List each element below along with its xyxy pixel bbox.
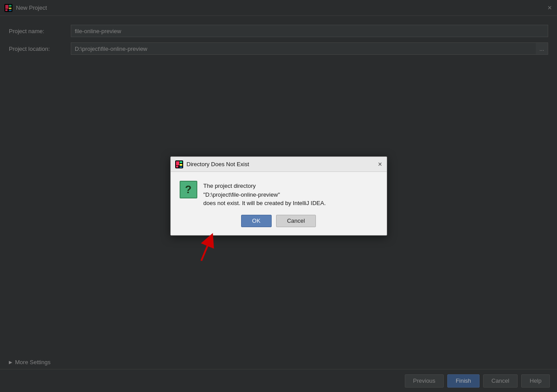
dialog-cancel-button[interactable]: Cancel	[276, 215, 316, 227]
dialog-title: Directory Does Not Exist	[187, 161, 378, 167]
dialog-message-line3: does not exist. It will be created by In…	[204, 200, 326, 206]
modal-overlay: Directory Does Not Exist × The project d…	[0, 0, 557, 392]
dialog-ok-button[interactable]: OK	[241, 215, 272, 227]
svg-rect-9	[180, 161, 182, 163]
svg-rect-11	[180, 167, 182, 167]
dialog-message: The project directory "D:\project\file-o…	[204, 181, 378, 208]
svg-rect-8	[176, 166, 178, 167]
svg-rect-10	[180, 164, 182, 166]
dialog-wrapper: Directory Does Not Exist × The project d…	[170, 156, 387, 236]
dialog-titlebar: Directory Does Not Exist ×	[171, 157, 387, 172]
dialog-message-line2: "D:\project\file-online-preview"	[204, 191, 280, 198]
directory-not-exist-dialog: Directory Does Not Exist × The project d…	[170, 156, 387, 236]
question-icon	[180, 181, 197, 198]
dialog-intellij-logo	[175, 160, 183, 168]
dialog-message-line1: The project directory	[204, 183, 256, 189]
dialog-footer: OK Cancel	[171, 215, 387, 235]
svg-rect-7	[176, 161, 179, 165]
dialog-close-button[interactable]: ×	[378, 161, 382, 168]
main-window: New Project × Project name: Project loca…	[0, 0, 557, 392]
dialog-body: The project directory "D:\project\file-o…	[171, 172, 387, 215]
svg-line-13	[201, 240, 210, 261]
